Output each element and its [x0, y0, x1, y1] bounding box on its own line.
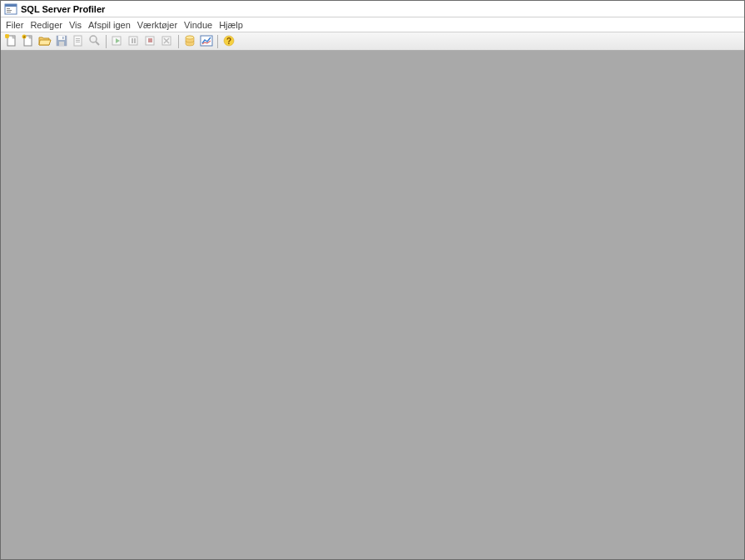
- open-folder-icon: [38, 34, 52, 49]
- menu-afspil-igen[interactable]: Afspil igen: [88, 20, 131, 30]
- new-trace-icon: [5, 34, 18, 49]
- svg-point-29: [186, 36, 194, 39]
- svg-rect-1: [5, 4, 17, 7]
- run-button: [110, 34, 125, 49]
- content-area: [1, 51, 744, 559]
- help-icon: ?: [222, 34, 236, 49]
- svg-rect-12: [62, 37, 64, 39]
- app-icon: [4, 2, 17, 16]
- save-button: [54, 34, 69, 49]
- svg-rect-10: [58, 36, 65, 40]
- open-file-button[interactable]: [37, 34, 52, 49]
- find-button: [87, 34, 102, 49]
- run-icon: [111, 34, 124, 49]
- svg-rect-2: [7, 8, 10, 9]
- toolbar: ★: [1, 32, 744, 51]
- svg-rect-21: [132, 38, 133, 43]
- database-tuning-button[interactable]: [182, 34, 197, 49]
- menu-vaerktoejer[interactable]: Værktøjer: [137, 20, 177, 30]
- svg-point-17: [90, 36, 97, 42]
- pause-icon: [127, 34, 141, 49]
- svg-text:?: ?: [226, 37, 231, 46]
- menu-filer[interactable]: Filer: [6, 20, 23, 30]
- menu-hjaelp[interactable]: Hjælp: [219, 20, 243, 30]
- menu-vindue[interactable]: Vindue: [184, 20, 212, 30]
- svg-rect-16: [76, 42, 80, 42]
- svg-rect-24: [148, 38, 152, 42]
- svg-rect-15: [76, 40, 80, 41]
- toolbar-separator: [106, 35, 107, 48]
- new-trace-button[interactable]: [4, 34, 19, 49]
- menu-rediger[interactable]: Rediger: [30, 20, 62, 30]
- toolbar-separator: [178, 35, 179, 48]
- pause-button: [127, 34, 142, 49]
- window-title: SQL Server Profiler: [21, 4, 105, 14]
- clear-icon: [161, 34, 174, 49]
- svg-rect-3: [7, 10, 12, 11]
- svg-rect-14: [76, 38, 80, 39]
- save-icon: [55, 34, 68, 49]
- properties-icon: [72, 34, 85, 49]
- svg-rect-22: [134, 38, 136, 43]
- toolbar-separator: [217, 35, 218, 48]
- help-button[interactable]: ?: [221, 34, 236, 49]
- stop-icon: [144, 34, 157, 49]
- svg-line-18: [96, 42, 99, 45]
- chart-icon: [200, 34, 213, 49]
- svg-rect-11: [59, 42, 64, 46]
- activity-monitor-button[interactable]: [199, 34, 214, 49]
- new-template-button[interactable]: ★: [21, 34, 36, 49]
- new-template-icon: ★: [22, 34, 35, 49]
- stop-button: [143, 34, 158, 49]
- menu-vis[interactable]: Vis: [69, 20, 82, 30]
- database-icon: [183, 34, 196, 49]
- titlebar: SQL Server Profiler: [1, 1, 744, 17]
- svg-rect-4: [7, 12, 11, 12]
- clear-button: [160, 34, 175, 49]
- properties-button: [71, 34, 86, 49]
- find-icon: [88, 34, 102, 49]
- menubar: Filer Rediger Vis Afspil igen Værktøjer …: [1, 17, 744, 32]
